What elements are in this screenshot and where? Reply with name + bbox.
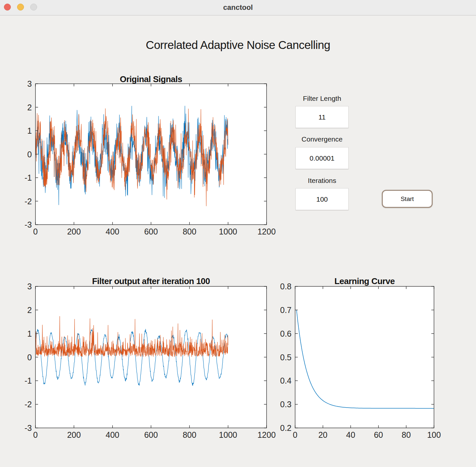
y-tick-label: 0.2 (280, 423, 292, 433)
y-tick-label: -1 (25, 173, 32, 182)
x-tick-label: 1000 (219, 227, 237, 236)
y-tick-label: 0.4 (280, 376, 292, 385)
x-tick-label: 0 (33, 227, 38, 236)
y-tick-label: 0 (27, 150, 32, 159)
x-tick-label: 800 (183, 430, 196, 439)
x-tick-label: 200 (67, 227, 81, 236)
x-tick-label: 1000 (219, 430, 237, 439)
y-tick-label: 0.8 (280, 282, 292, 291)
x-tick-label: 100 (427, 430, 441, 439)
filter-length-input[interactable] (295, 106, 349, 128)
iterations-input[interactable] (295, 188, 349, 210)
convergence-label: Convergence (295, 135, 349, 143)
y-tick-label: 0.5 (280, 353, 292, 362)
x-tick-label: 200 (67, 430, 81, 439)
chart-title-learning-curve: Learning Curve (295, 276, 434, 286)
x-tick-label: 0 (33, 430, 38, 439)
x-tick-label: 20 (318, 430, 328, 439)
x-tick-label: 80 (401, 430, 411, 439)
x-tick-label: 400 (106, 430, 119, 439)
y-tick-label: 0.3 (280, 400, 292, 409)
y-tick-label: 3 (27, 282, 32, 291)
y-tick-label: 1 (27, 126, 32, 135)
x-tick-label: 800 (183, 227, 196, 236)
y-tick-label: 0 (27, 353, 32, 362)
plot-area-1 (35, 286, 267, 428)
y-tick-label: 1 (27, 329, 32, 338)
y-tick-label: -2 (25, 197, 32, 206)
convergence-input[interactable] (295, 147, 349, 169)
y-tick-label: 0.6 (280, 329, 292, 338)
plot-area-0 (35, 84, 267, 225)
y-tick-label: 2 (27, 103, 32, 112)
y-tick-label: 0.7 (280, 305, 292, 315)
x-tick-label: 0 (293, 430, 297, 439)
x-tick-label: 1200 (257, 227, 276, 236)
y-tick-label: -1 (25, 376, 32, 385)
x-tick-label: 40 (346, 430, 355, 439)
x-tick-label: 60 (374, 430, 383, 439)
x-tick-label: 400 (106, 227, 119, 236)
y-tick-label: 2 (27, 305, 32, 315)
y-tick-label: 3 (27, 79, 32, 88)
charts-canvas: 020040060080010001200-3-2-10123020040060… (0, 0, 476, 467)
y-tick-label: -3 (25, 423, 32, 433)
x-tick-label: 600 (144, 430, 158, 439)
chart-title-original-signals: Original Signals (35, 74, 267, 84)
y-tick-label: -2 (25, 400, 32, 409)
x-tick-label: 1200 (257, 430, 276, 439)
chart-title-filter-output: Filter output after iteration 100 (35, 276, 267, 286)
y-tick-label: -3 (25, 220, 32, 229)
filter-length-label: Filter Length (295, 95, 349, 102)
x-tick-label: 600 (144, 227, 158, 236)
start-button[interactable]: Start (382, 190, 433, 208)
iterations-label: Iterations (295, 177, 349, 185)
plot-area-2 (295, 286, 434, 428)
